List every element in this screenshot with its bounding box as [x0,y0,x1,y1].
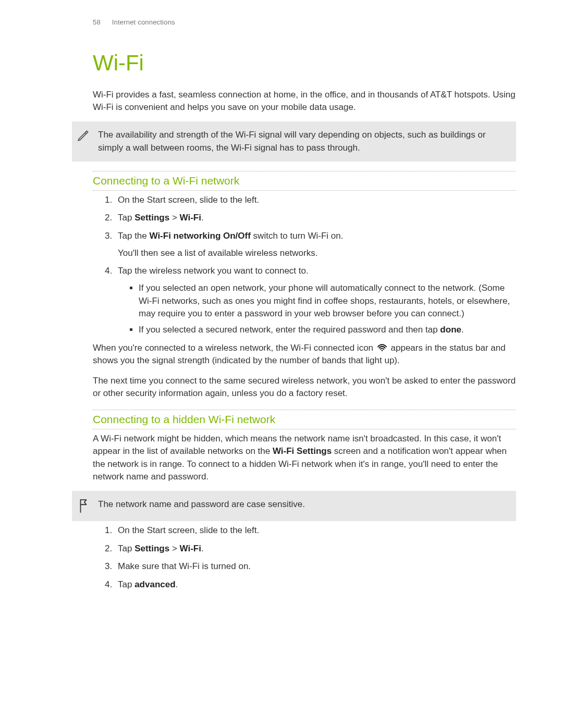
flag-icon [76,498,91,514]
bullet: If you selected an open network, your ph… [139,282,516,320]
bullet: If you selected a secured network, enter… [139,324,516,337]
page: 58 Internet connections Wi-Fi Wi-Fi prov… [0,0,563,628]
steps-list-1: On the Start screen, slide to the left. … [93,194,516,337]
subheading-connecting: Connecting to a Wi-Fi network [93,171,516,190]
after-paragraph-2: The next time you connect to the same se… [93,375,516,400]
step: On the Start screen, slide to the left. [115,194,516,207]
hidden-intro: A Wi-Fi network might be hidden, which m… [93,433,516,484]
wifi-signal-icon [377,343,387,351]
tip-callout: The network name and password are case s… [72,491,516,521]
svg-point-0 [382,350,383,351]
step: Tap the wireless network you want to con… [115,265,516,336]
substeps: If you selected an open network, your ph… [118,282,516,337]
subheading-hidden: Connecting to a hidden Wi-Fi network [93,410,516,429]
step: Tap Settings > Wi-Fi. [115,212,516,225]
note-callout: The availability and strength of the Wi-… [72,121,516,162]
step: Tap advanced. [115,578,516,591]
note-text: The availability and strength of the Wi-… [98,129,509,154]
page-title: Wi-Fi [93,47,516,79]
intro-paragraph: Wi-Fi provides a fast, seamless connecti… [93,89,516,114]
after-paragraph: When you're connected to a wireless netw… [93,342,516,367]
section-name: Internet connections [112,18,175,26]
step: Make sure that Wi-Fi is turned on. [115,560,516,573]
steps-list-2: On the Start screen, slide to the left. … [93,524,516,591]
running-header: 58 Internet connections [93,18,516,28]
step: Tap the Wi-Fi networking On/Off switch t… [115,230,516,260]
content: Wi-Fi provides a fast, seamless connecti… [93,89,516,591]
pencil-icon [76,129,91,142]
page-number: 58 [93,18,101,26]
tip-text: The network name and password are case s… [98,498,509,511]
step: Tap Settings > Wi-Fi. [115,542,516,556]
step: On the Start screen, slide to the left. [115,524,516,537]
